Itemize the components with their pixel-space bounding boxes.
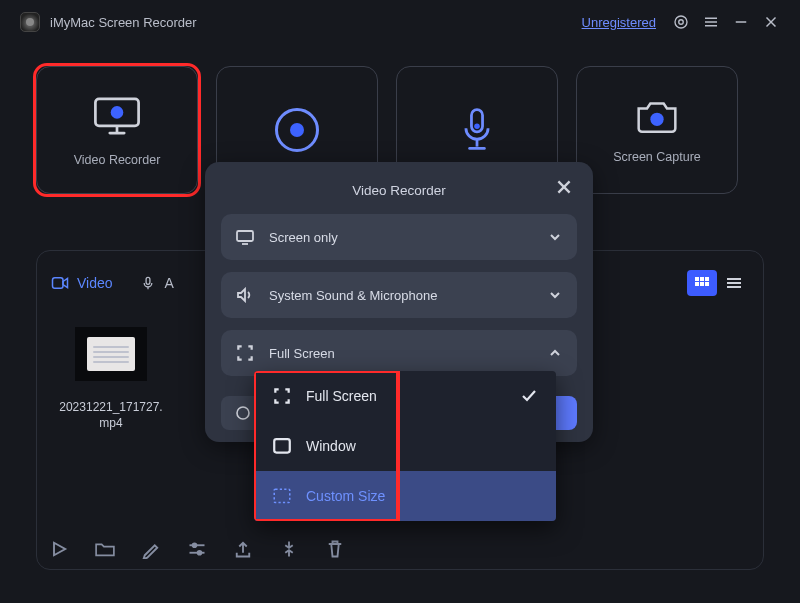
app-title: iMyMac Screen Recorder <box>50 15 197 30</box>
dropdown-label: Window <box>306 438 356 454</box>
tab-video[interactable]: Video <box>51 275 113 291</box>
edit-icon[interactable] <box>141 539 161 559</box>
svg-point-13 <box>474 124 480 130</box>
close-icon[interactable] <box>760 11 782 33</box>
tab-video-label: Video <box>77 275 113 291</box>
app-logo-icon <box>20 12 40 32</box>
chevron-down-icon <box>547 287 563 303</box>
svg-point-1 <box>679 20 684 25</box>
dropdown-label: Full Screen <box>306 388 377 404</box>
capture-area-dropdown: Full Screen Window Custom Size <box>254 371 556 521</box>
minimize-icon[interactable] <box>730 11 752 33</box>
svg-rect-21 <box>700 277 704 281</box>
svg-point-16 <box>650 113 663 126</box>
camera-icon <box>632 96 682 136</box>
monitor-icon <box>235 229 255 245</box>
grid-view-icon[interactable] <box>687 270 717 296</box>
library-toolbar <box>49 539 345 559</box>
trash-icon[interactable] <box>325 539 345 559</box>
svg-point-31 <box>193 543 197 547</box>
svg-rect-35 <box>237 231 253 241</box>
microphone-icon <box>139 276 157 290</box>
svg-point-32 <box>198 551 202 555</box>
custom-size-icon <box>272 487 292 505</box>
webcam-icon <box>275 108 319 152</box>
svg-rect-38 <box>274 439 290 452</box>
tab-audio-label-partial: A <box>165 275 174 291</box>
option-audio-mode[interactable]: System Sound & Microphone <box>221 272 577 318</box>
card-screen-capture[interactable]: Screen Capture <box>576 66 738 194</box>
file-name: 20231221_171727.mp4 <box>51 399 171 431</box>
record-options-icon <box>233 403 253 423</box>
option-label: System Sound & Microphone <box>269 288 437 303</box>
dropdown-item-full-screen[interactable]: Full Screen <box>254 371 556 421</box>
unregistered-link[interactable]: Unregistered <box>582 15 656 30</box>
fullscreen-brackets-icon <box>272 387 292 405</box>
svg-rect-17 <box>53 277 64 288</box>
svg-point-37 <box>237 407 249 419</box>
export-icon[interactable] <box>233 539 253 559</box>
option-capture-area[interactable]: Full Screen <box>221 330 577 376</box>
app-header: iMyMac Screen Recorder Unregistered <box>0 0 800 44</box>
svg-rect-18 <box>146 277 150 284</box>
svg-rect-39 <box>274 489 290 502</box>
svg-rect-20 <box>695 277 699 281</box>
modal-title: Video Recorder <box>352 183 446 198</box>
option-label: Screen only <box>269 230 338 245</box>
play-icon[interactable] <box>49 539 69 559</box>
svg-point-9 <box>111 106 124 119</box>
dropdown-item-custom-size[interactable]: Custom Size <box>254 471 556 521</box>
card-label: Screen Capture <box>613 150 701 164</box>
microphone-icon <box>458 106 496 154</box>
list-view-icon[interactable] <box>719 270 749 296</box>
svg-point-0 <box>675 16 687 28</box>
checkmark-icon <box>520 387 538 405</box>
dropdown-item-window[interactable]: Window <box>254 421 556 471</box>
window-icon <box>272 437 292 455</box>
card-video-recorder[interactable]: Video Recorder <box>36 66 198 194</box>
svg-rect-22 <box>705 277 709 281</box>
chevron-down-icon <box>547 229 563 245</box>
dropdown-label: Custom Size <box>306 488 385 504</box>
chevron-up-icon <box>547 345 563 361</box>
file-item[interactable]: 20231221_171727.mp4 <box>51 327 171 431</box>
sound-icon <box>235 287 255 303</box>
sliders-icon[interactable] <box>187 539 207 559</box>
compress-icon[interactable] <box>279 539 299 559</box>
menu-icon[interactable] <box>700 11 722 33</box>
video-icon <box>51 276 69 290</box>
monitor-icon <box>90 93 144 139</box>
settings-icon[interactable] <box>670 11 692 33</box>
fullscreen-brackets-icon <box>235 345 255 361</box>
card-label: Video Recorder <box>74 153 161 167</box>
svg-rect-24 <box>700 282 704 286</box>
svg-rect-8 <box>95 99 138 126</box>
close-icon[interactable] <box>555 178 573 196</box>
file-thumbnail <box>75 327 147 381</box>
tab-audio[interactable]: A <box>139 275 174 291</box>
svg-rect-25 <box>705 282 709 286</box>
svg-rect-23 <box>695 282 699 286</box>
view-toggle <box>687 270 749 296</box>
folder-icon[interactable] <box>95 539 115 559</box>
option-screen-mode[interactable]: Screen only <box>221 214 577 260</box>
option-label: Full Screen <box>269 346 335 361</box>
